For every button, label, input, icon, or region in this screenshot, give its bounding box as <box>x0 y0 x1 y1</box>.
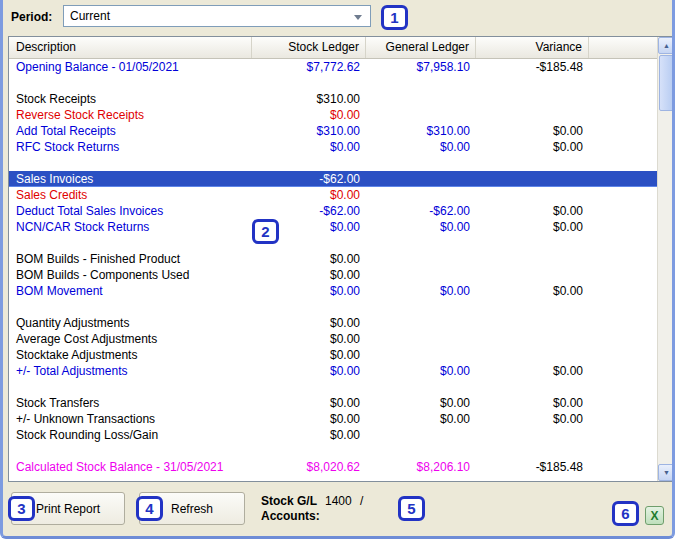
cell-filler <box>589 459 657 475</box>
cell-desc: BOM Builds - Components Used <box>9 267 252 283</box>
cell-general <box>366 331 476 347</box>
cell-desc: RFC Stock Returns <box>9 139 252 155</box>
table-row[interactable]: Stock Rounding Loss/Gain$0.00 <box>9 427 657 443</box>
cell-variance <box>476 187 589 203</box>
cell-filler <box>589 251 657 267</box>
table-header: Description Stock Ledger General Ledger … <box>9 37 674 59</box>
cell-filler <box>589 187 657 203</box>
cell-stock: $0.00 <box>252 283 366 299</box>
callout-2: 2 <box>252 219 279 244</box>
cell-filler <box>589 299 657 315</box>
cell-desc <box>9 235 252 251</box>
cell-general <box>366 347 476 363</box>
scrollbar-thumb[interactable] <box>659 55 674 111</box>
cell-general <box>366 443 476 459</box>
cell-filler <box>589 155 657 171</box>
cell-filler <box>589 347 657 363</box>
cell-desc <box>9 443 252 459</box>
table-row[interactable]: Deduct Total Sales Invoices-$62.00-$62.0… <box>9 203 657 219</box>
table-row[interactable] <box>9 155 657 171</box>
cell-desc: Sales Invoices <box>9 171 252 186</box>
cell-filler <box>589 219 657 235</box>
cell-variance <box>476 91 589 107</box>
cell-variance <box>476 331 589 347</box>
table-row[interactable]: RFC Stock Returns$0.00$0.00$0.00 <box>9 139 657 155</box>
scroll-down-icon[interactable]: ▼ <box>658 464 675 481</box>
cell-variance: $0.00 <box>476 395 589 411</box>
cell-stock: $0.00 <box>252 139 366 155</box>
cell-variance: $0.00 <box>476 411 589 427</box>
cell-general: $0.00 <box>366 283 476 299</box>
table-row[interactable]: BOM Builds - Finished Product$0.00 <box>9 251 657 267</box>
cell-desc: +/- Unknown Transactions <box>9 411 252 427</box>
cell-general <box>366 155 476 171</box>
cell-general <box>366 91 476 107</box>
table-row[interactable] <box>9 235 657 251</box>
cell-general: -$62.00 <box>366 203 476 219</box>
column-header-general-ledger[interactable]: General Ledger <box>366 37 476 58</box>
cell-filler <box>589 363 657 379</box>
cell-variance: $0.00 <box>476 283 589 299</box>
table-row[interactable]: BOM Builds - Components Used$0.00 <box>9 267 657 283</box>
column-header-stock-ledger[interactable]: Stock Ledger <box>252 37 366 58</box>
cell-filler <box>589 283 657 299</box>
cell-variance <box>476 267 589 283</box>
callout-6: 6 <box>612 501 639 526</box>
table-row[interactable]: Calculated Stock Balance - 31/05/2021$8,… <box>9 459 657 475</box>
table-row[interactable]: Stocktake Adjustments$0.00 <box>9 347 657 363</box>
table-row[interactable]: NCN/CAR Stock Returns$0.00$0.00$0.00 <box>9 219 657 235</box>
cell-variance <box>476 235 589 251</box>
cell-stock: $0.00 <box>252 411 366 427</box>
table-row[interactable]: Average Cost Adjustments$0.00 <box>9 331 657 347</box>
stock-gl-account-value: 1400 <box>325 494 352 509</box>
cell-filler <box>589 123 657 139</box>
cell-filler <box>589 203 657 219</box>
table-row[interactable]: Quantity Adjustments$0.00 <box>9 315 657 331</box>
scroll-up-icon[interactable]: ▲ <box>658 37 675 54</box>
table-row[interactable]: Add Total Receipts$310.00$310.00$0.00 <box>9 123 657 139</box>
column-header-variance[interactable]: Variance <box>476 37 589 58</box>
table-row[interactable] <box>9 75 657 91</box>
reconciliation-table: Description Stock Ledger General Ledger … <box>8 36 675 482</box>
cell-variance <box>476 155 589 171</box>
table-row[interactable]: Reverse Stock Receipts$0.00 <box>9 107 657 123</box>
table-row[interactable]: Stock Receipts$310.00 <box>9 91 657 107</box>
cell-filler <box>589 235 657 251</box>
cell-stock: $0.00 <box>252 251 366 267</box>
vertical-scrollbar[interactable]: ▲ ▼ <box>657 37 674 481</box>
stock-gl-label-line2: Accounts: <box>261 509 320 524</box>
cell-desc <box>9 299 252 315</box>
cell-stock <box>252 299 366 315</box>
callout-5: 5 <box>398 496 425 521</box>
cell-stock: $0.00 <box>252 347 366 363</box>
table-row[interactable]: Sales Invoices-$62.00 <box>9 171 657 187</box>
cell-general: $0.00 <box>366 395 476 411</box>
period-dropdown[interactable]: Current <box>63 5 371 27</box>
column-header-description[interactable]: Description <box>9 37 252 58</box>
cell-filler <box>589 427 657 443</box>
cell-variance <box>476 347 589 363</box>
cell-variance: $0.00 <box>476 123 589 139</box>
table-row[interactable] <box>9 443 657 459</box>
table-row[interactable]: +/- Unknown Transactions$0.00$0.00$0.00 <box>9 411 657 427</box>
table-row[interactable]: Stock Transfers$0.00$0.00$0.00 <box>9 395 657 411</box>
cell-stock: $0.00 <box>252 331 366 347</box>
table-row[interactable]: +/- Total Adjustments$0.00$0.00$0.00 <box>9 363 657 379</box>
cell-variance <box>476 379 589 395</box>
cell-variance <box>476 427 589 443</box>
table-row[interactable] <box>9 379 657 395</box>
export-excel-button[interactable]: X <box>645 506 664 525</box>
table-row[interactable] <box>9 299 657 315</box>
cell-filler <box>589 107 657 123</box>
cell-stock <box>252 75 366 91</box>
table-row[interactable]: Sales Credits$0.00 <box>9 187 657 203</box>
cell-desc <box>9 155 252 171</box>
table-row[interactable]: Opening Balance - 01/05/2021$7,772.62$7,… <box>9 59 657 75</box>
stock-gl-account-separator: / <box>360 494 363 509</box>
cell-stock: -$62.00 <box>252 203 366 219</box>
table-row[interactable]: BOM Movement$0.00$0.00$0.00 <box>9 283 657 299</box>
stock-reconciliation-window: Period: Current Description Stock Ledger… <box>0 0 675 539</box>
callout-4: 4 <box>136 496 163 521</box>
cell-filler <box>589 139 657 155</box>
cell-filler <box>589 91 657 107</box>
